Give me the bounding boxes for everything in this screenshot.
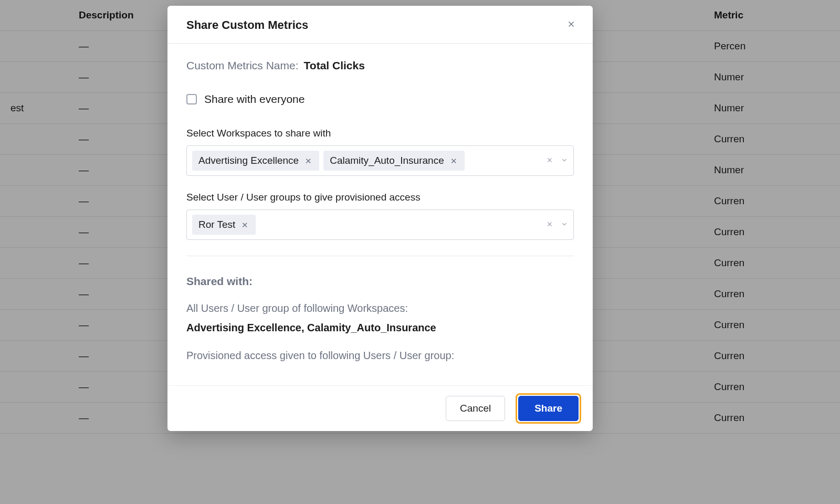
metric-name-row: Custom Metrics Name: Total Clicks bbox=[186, 59, 574, 72]
close-button[interactable] bbox=[564, 17, 578, 33]
modal-header: Share Custom Metrics bbox=[167, 6, 593, 44]
close-icon bbox=[546, 156, 553, 165]
users-label: Select User / User groups to give provis… bbox=[186, 192, 574, 203]
metric-name-label: Custom Metrics Name: bbox=[186, 59, 299, 72]
share-everyone-checkbox[interactable] bbox=[186, 94, 197, 104]
close-icon bbox=[566, 19, 576, 30]
chip-remove-button[interactable]: ✕ bbox=[304, 157, 313, 165]
chip-label: Calamity_Auto_Insurance bbox=[330, 155, 444, 166]
workspace-chip: Calamity_Auto_Insurance✕ bbox=[323, 151, 465, 171]
close-icon: ✕ bbox=[242, 220, 248, 229]
provisioned-sub: Provisioned access given to following Us… bbox=[186, 350, 574, 362]
chip-label: Advertising Excellence bbox=[198, 155, 299, 166]
close-icon: ✕ bbox=[305, 156, 312, 165]
dropdown-toggle[interactable] bbox=[561, 156, 568, 165]
share-modal: Share Custom Metrics Custom Metrics Name… bbox=[167, 6, 593, 431]
shared-workspace-sub: All Users / User group of following Work… bbox=[186, 302, 574, 314]
modal-title: Share Custom Metrics bbox=[186, 18, 308, 32]
workspaces-label: Select Workspaces to share with bbox=[186, 128, 574, 139]
chip-remove-button[interactable]: ✕ bbox=[240, 221, 249, 229]
divider bbox=[186, 256, 574, 256]
share-everyone-row: Share with everyone bbox=[186, 93, 574, 106]
share-button-highlight: Share bbox=[516, 393, 581, 424]
share-button[interactable]: Share bbox=[518, 396, 579, 421]
modal-body: Custom Metrics Name: Total Clicks Share … bbox=[167, 44, 593, 385]
users-select[interactable]: Ror Test✕ bbox=[186, 209, 574, 240]
chip-remove-button[interactable]: ✕ bbox=[449, 157, 458, 165]
chip-label: Ror Test bbox=[198, 219, 235, 230]
clear-all-button[interactable] bbox=[546, 156, 553, 165]
dropdown-toggle[interactable] bbox=[561, 220, 568, 229]
workspaces-select[interactable]: Advertising Excellence✕Calamity_Auto_Ins… bbox=[186, 145, 574, 176]
share-everyone-label: Share with everyone bbox=[204, 93, 304, 106]
close-icon: ✕ bbox=[450, 156, 457, 165]
chevron-down-icon bbox=[561, 156, 568, 165]
user-chip: Ror Test✕ bbox=[192, 215, 256, 235]
workspace-chip: Advertising Excellence✕ bbox=[192, 151, 319, 171]
cancel-button[interactable]: Cancel bbox=[446, 396, 505, 421]
metric-name-value: Total Clicks bbox=[304, 59, 365, 72]
modal-footer: Cancel Share bbox=[167, 385, 593, 431]
clear-all-button[interactable] bbox=[546, 220, 553, 229]
chevron-down-icon bbox=[561, 220, 568, 229]
shared-with-heading: Shared with: bbox=[186, 275, 574, 288]
shared-workspace-value: Advertising Excellence, Calamity_Auto_In… bbox=[186, 322, 574, 334]
close-icon bbox=[546, 220, 553, 229]
